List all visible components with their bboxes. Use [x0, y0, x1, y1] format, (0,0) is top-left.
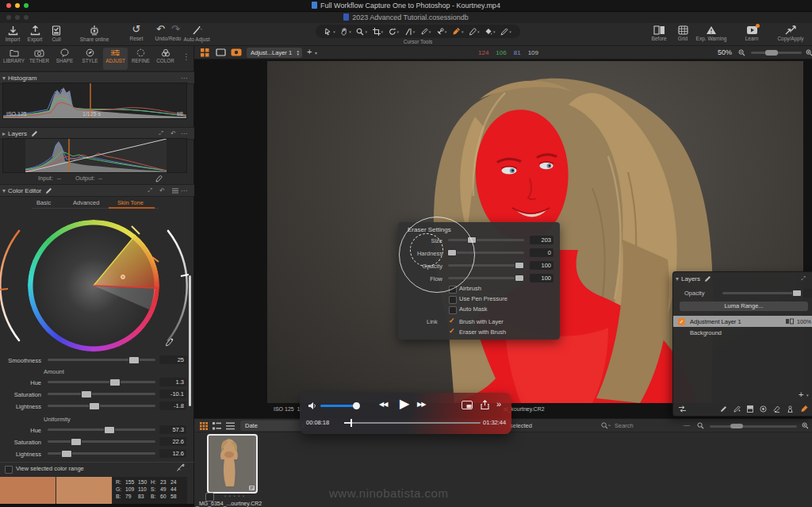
- tab-adjust-active[interactable]: ADJUST: [103, 48, 128, 70]
- tool-tabs-overflow-icon[interactable]: ⋮: [182, 52, 190, 61]
- pick-color-tool[interactable]: ▾: [469, 28, 480, 36]
- spot-removal-tool[interactable]: ▾: [420, 28, 431, 36]
- smoothness-handle[interactable]: [128, 356, 140, 364]
- close-window-button-inactive[interactable]: [6, 15, 11, 20]
- edit-pencil-icon[interactable]: [704, 275, 711, 282]
- layer-enabled-checkbox[interactable]: ✓: [678, 318, 685, 325]
- curve-editor[interactable]: [2, 138, 187, 173]
- auto-adjust-button[interactable]: Auto Adjust: [178, 25, 216, 42]
- radial-mask-icon[interactable]: [760, 405, 767, 413]
- edit-pencil-icon[interactable]: [31, 130, 38, 137]
- eraser-with-brush-checkbox[interactable]: ✓: [449, 327, 455, 335]
- thumb-size-handle[interactable]: [730, 424, 743, 428]
- thumb-zoom-in-icon[interactable]: [802, 422, 809, 429]
- zoom-level[interactable]: 50%: [718, 48, 732, 56]
- view-color-range-checkbox[interactable]: [5, 466, 13, 474]
- add-layer-chevron-icon[interactable]: ▾: [315, 50, 317, 56]
- volume-icon[interactable]: [308, 401, 317, 410]
- layer-row-background[interactable]: Background: [673, 328, 812, 338]
- details-view-icon[interactable]: [226, 422, 235, 430]
- search-input[interactable]: Search: [615, 422, 634, 429]
- minimize-window-button-inactive[interactable]: [15, 15, 20, 20]
- clone-stamp-icon[interactable]: [787, 405, 794, 413]
- thumb-rating-dots[interactable]: • • • • •: [224, 494, 245, 498]
- ce-reset-icon[interactable]: ↶: [159, 187, 165, 194]
- erase-mask-tool[interactable]: ▾: [452, 27, 464, 36]
- expand-chevron-icon[interactable]: ▸: [2, 130, 6, 137]
- layer-row-selected[interactable]: ✓ Adjustment Layer 1 100%: [673, 316, 812, 327]
- panel-detach-icon[interactable]: ⤢: [801, 275, 806, 282]
- tab-basic[interactable]: Basic: [36, 199, 51, 206]
- auto-mask-checkbox[interactable]: [449, 306, 457, 314]
- add-layer-chevron-icon[interactable]: ▾: [806, 393, 809, 398]
- skin-tone-picker-icon[interactable]: [165, 338, 174, 347]
- smoothness-slider[interactable]: [48, 359, 155, 361]
- cull-button[interactable]: Cull: [46, 25, 67, 42]
- straighten-tool[interactable]: ▾: [404, 28, 416, 36]
- viewer-zoom-slider[interactable]: [751, 52, 802, 54]
- amount-lightness-slider[interactable]: [48, 405, 155, 407]
- magic-brush-icon[interactable]: [733, 405, 741, 413]
- annotate-tool[interactable]: ▾: [500, 28, 511, 36]
- ce-copy-icon[interactable]: ⤢: [147, 187, 152, 194]
- curve-picker-icon[interactable]: [155, 175, 163, 182]
- draw-mask-icon[interactable]: [720, 405, 727, 413]
- clear-search-icon[interactable]: —: [684, 421, 690, 428]
- undo-icon[interactable]: ↶: [156, 24, 165, 35]
- proof-view-toggle[interactable]: [231, 48, 242, 56]
- tab-library[interactable]: LIBRARY: [2, 48, 26, 63]
- pen-pressure-checkbox[interactable]: [449, 296, 457, 304]
- thumb-size-slider[interactable]: [710, 425, 797, 428]
- grid-view-icon[interactable]: [200, 422, 208, 430]
- amount-hue-slider[interactable]: [48, 381, 155, 383]
- sidebar-scrollbar[interactable]: [189, 275, 191, 406]
- crop-tool[interactable]: ▾: [373, 28, 384, 36]
- before-toggle[interactable]: Before: [647, 25, 671, 41]
- fill-mask-tool[interactable]: ▾: [485, 28, 496, 36]
- close-window-button[interactable]: [6, 3, 11, 8]
- pip-icon[interactable]: [462, 401, 473, 409]
- viewer-zoom-slider-handle[interactable]: [765, 50, 778, 56]
- edit-pencil-icon[interactable]: [45, 187, 52, 194]
- active-eraser-icon[interactable]: [800, 405, 808, 413]
- rewind-button[interactable]: ◀◀: [379, 401, 387, 408]
- tab-style[interactable]: STYLE: [78, 48, 102, 63]
- player-more-button[interactable]: »: [496, 399, 501, 409]
- thumbnail-selected[interactable]: [207, 434, 258, 494]
- copy-apply-button[interactable]: Copy/Apply: [771, 25, 810, 41]
- tab-advanced[interactable]: Advanced: [73, 199, 99, 206]
- seek-bar[interactable]: [344, 422, 481, 424]
- tab-tether[interactable]: TETHER: [27, 48, 52, 63]
- sort-by-dropdown[interactable]: Date ▴▾: [240, 421, 307, 431]
- import-button[interactable]: Import: [2, 25, 24, 42]
- zoom-in-icon[interactable]: [806, 49, 812, 56]
- reset-button[interactable]: ↺ Reset: [124, 24, 149, 41]
- zoom-window-button[interactable]: [24, 3, 29, 8]
- share-online-button[interactable]: Share online: [71, 25, 117, 42]
- collapse-chevron-icon[interactable]: ▾: [676, 275, 679, 282]
- layers-panel-header[interactable]: ▾ Layers ⤢: [673, 272, 812, 285]
- forward-button[interactable]: ▶▶: [417, 401, 425, 408]
- wheel-selection[interactable]: [0, 211, 194, 352]
- layer-opacity-slider[interactable]: [722, 292, 800, 294]
- eraser-size-slider[interactable]: [448, 239, 524, 241]
- pan-tool[interactable]: ▾: [340, 28, 351, 36]
- rotate-tool[interactable]: ▾: [389, 28, 400, 36]
- minimize-window-button[interactable]: [15, 3, 20, 8]
- tab-skin-tone[interactable]: Skin Tone: [117, 199, 144, 206]
- brush-with-layer-checkbox[interactable]: ✓: [449, 317, 455, 325]
- tab-color[interactable]: COLOR: [153, 48, 178, 63]
- loupe-tool[interactable]: ▾: [356, 28, 367, 36]
- gradient-mask-icon[interactable]: [747, 405, 753, 413]
- heal-tool[interactable]: ▾: [436, 28, 447, 36]
- ce-presets-icon[interactable]: [172, 188, 178, 194]
- luma-range-button[interactable]: Luma Range...: [680, 302, 808, 311]
- curve-copy-icon[interactable]: ⤢: [159, 130, 163, 136]
- play-button[interactable]: ▶: [400, 396, 409, 411]
- uniformity-lightness-slider[interactable]: [48, 452, 155, 455]
- airbrush-checkbox[interactable]: [449, 286, 457, 294]
- erase-mask-icon[interactable]: [773, 405, 780, 413]
- collapse-chevron-icon[interactable]: ▾: [2, 75, 6, 82]
- compare-icon[interactable]: [678, 405, 687, 413]
- zoom-out-icon[interactable]: [738, 49, 745, 56]
